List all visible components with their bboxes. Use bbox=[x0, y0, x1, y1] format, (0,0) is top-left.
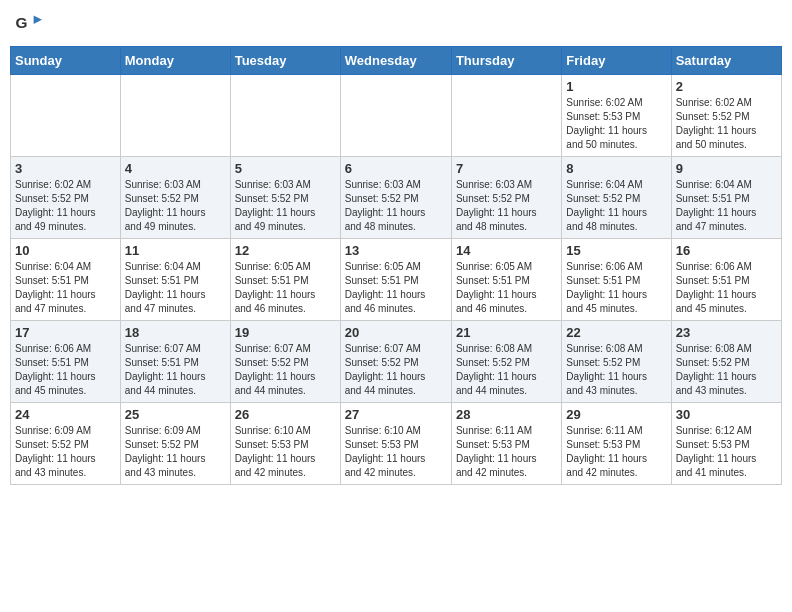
day-number: 15 bbox=[566, 243, 666, 258]
day-cell: 7Sunrise: 6:03 AM Sunset: 5:52 PM Daylig… bbox=[451, 157, 561, 239]
day-cell: 8Sunrise: 6:04 AM Sunset: 5:52 PM Daylig… bbox=[562, 157, 671, 239]
day-number: 19 bbox=[235, 325, 336, 340]
day-info: Sunrise: 6:09 AM Sunset: 5:52 PM Dayligh… bbox=[15, 424, 116, 480]
day-info: Sunrise: 6:09 AM Sunset: 5:52 PM Dayligh… bbox=[125, 424, 226, 480]
day-cell: 29Sunrise: 6:11 AM Sunset: 5:53 PM Dayli… bbox=[562, 403, 671, 485]
day-number: 12 bbox=[235, 243, 336, 258]
day-number: 28 bbox=[456, 407, 557, 422]
day-cell bbox=[340, 75, 451, 157]
day-number: 13 bbox=[345, 243, 447, 258]
weekday-header-thursday: Thursday bbox=[451, 47, 561, 75]
day-number: 9 bbox=[676, 161, 777, 176]
day-info: Sunrise: 6:08 AM Sunset: 5:52 PM Dayligh… bbox=[676, 342, 777, 398]
day-info: Sunrise: 6:11 AM Sunset: 5:53 PM Dayligh… bbox=[566, 424, 666, 480]
day-cell: 17Sunrise: 6:06 AM Sunset: 5:51 PM Dayli… bbox=[11, 321, 121, 403]
day-cell: 9Sunrise: 6:04 AM Sunset: 5:51 PM Daylig… bbox=[671, 157, 781, 239]
day-cell: 2Sunrise: 6:02 AM Sunset: 5:52 PM Daylig… bbox=[671, 75, 781, 157]
day-cell: 30Sunrise: 6:12 AM Sunset: 5:53 PM Dayli… bbox=[671, 403, 781, 485]
page-header: G bbox=[10, 10, 782, 38]
day-number: 11 bbox=[125, 243, 226, 258]
day-cell: 1Sunrise: 6:02 AM Sunset: 5:53 PM Daylig… bbox=[562, 75, 671, 157]
day-number: 8 bbox=[566, 161, 666, 176]
day-info: Sunrise: 6:08 AM Sunset: 5:52 PM Dayligh… bbox=[566, 342, 666, 398]
day-info: Sunrise: 6:04 AM Sunset: 5:51 PM Dayligh… bbox=[15, 260, 116, 316]
weekday-header-monday: Monday bbox=[120, 47, 230, 75]
weekday-header-saturday: Saturday bbox=[671, 47, 781, 75]
day-cell: 27Sunrise: 6:10 AM Sunset: 5:53 PM Dayli… bbox=[340, 403, 451, 485]
day-info: Sunrise: 6:12 AM Sunset: 5:53 PM Dayligh… bbox=[676, 424, 777, 480]
day-number: 16 bbox=[676, 243, 777, 258]
day-number: 7 bbox=[456, 161, 557, 176]
week-row-4: 17Sunrise: 6:06 AM Sunset: 5:51 PM Dayli… bbox=[11, 321, 782, 403]
day-cell: 13Sunrise: 6:05 AM Sunset: 5:51 PM Dayli… bbox=[340, 239, 451, 321]
day-cell: 16Sunrise: 6:06 AM Sunset: 5:51 PM Dayli… bbox=[671, 239, 781, 321]
calendar-table: SundayMondayTuesdayWednesdayThursdayFrid… bbox=[10, 46, 782, 485]
day-info: Sunrise: 6:03 AM Sunset: 5:52 PM Dayligh… bbox=[235, 178, 336, 234]
day-number: 29 bbox=[566, 407, 666, 422]
week-row-5: 24Sunrise: 6:09 AM Sunset: 5:52 PM Dayli… bbox=[11, 403, 782, 485]
day-info: Sunrise: 6:02 AM Sunset: 5:52 PM Dayligh… bbox=[676, 96, 777, 152]
day-info: Sunrise: 6:07 AM Sunset: 5:52 PM Dayligh… bbox=[235, 342, 336, 398]
day-info: Sunrise: 6:10 AM Sunset: 5:53 PM Dayligh… bbox=[345, 424, 447, 480]
day-cell: 26Sunrise: 6:10 AM Sunset: 5:53 PM Dayli… bbox=[230, 403, 340, 485]
day-number: 30 bbox=[676, 407, 777, 422]
day-info: Sunrise: 6:03 AM Sunset: 5:52 PM Dayligh… bbox=[125, 178, 226, 234]
day-info: Sunrise: 6:06 AM Sunset: 5:51 PM Dayligh… bbox=[15, 342, 116, 398]
weekday-header-sunday: Sunday bbox=[11, 47, 121, 75]
day-cell: 5Sunrise: 6:03 AM Sunset: 5:52 PM Daylig… bbox=[230, 157, 340, 239]
day-cell: 15Sunrise: 6:06 AM Sunset: 5:51 PM Dayli… bbox=[562, 239, 671, 321]
day-cell: 19Sunrise: 6:07 AM Sunset: 5:52 PM Dayli… bbox=[230, 321, 340, 403]
day-cell: 21Sunrise: 6:08 AM Sunset: 5:52 PM Dayli… bbox=[451, 321, 561, 403]
day-info: Sunrise: 6:05 AM Sunset: 5:51 PM Dayligh… bbox=[456, 260, 557, 316]
day-number: 1 bbox=[566, 79, 666, 94]
day-cell: 24Sunrise: 6:09 AM Sunset: 5:52 PM Dayli… bbox=[11, 403, 121, 485]
weekday-header-wednesday: Wednesday bbox=[340, 47, 451, 75]
day-cell: 4Sunrise: 6:03 AM Sunset: 5:52 PM Daylig… bbox=[120, 157, 230, 239]
day-number: 5 bbox=[235, 161, 336, 176]
day-cell: 28Sunrise: 6:11 AM Sunset: 5:53 PM Dayli… bbox=[451, 403, 561, 485]
week-row-2: 3Sunrise: 6:02 AM Sunset: 5:52 PM Daylig… bbox=[11, 157, 782, 239]
logo-icon: G bbox=[14, 10, 42, 38]
day-info: Sunrise: 6:04 AM Sunset: 5:51 PM Dayligh… bbox=[125, 260, 226, 316]
day-number: 2 bbox=[676, 79, 777, 94]
day-cell: 23Sunrise: 6:08 AM Sunset: 5:52 PM Dayli… bbox=[671, 321, 781, 403]
logo: G bbox=[14, 10, 46, 38]
svg-text:G: G bbox=[15, 14, 27, 31]
svg-marker-1 bbox=[34, 16, 42, 24]
day-number: 6 bbox=[345, 161, 447, 176]
day-cell bbox=[451, 75, 561, 157]
day-info: Sunrise: 6:06 AM Sunset: 5:51 PM Dayligh… bbox=[566, 260, 666, 316]
day-info: Sunrise: 6:07 AM Sunset: 5:52 PM Dayligh… bbox=[345, 342, 447, 398]
day-info: Sunrise: 6:05 AM Sunset: 5:51 PM Dayligh… bbox=[235, 260, 336, 316]
day-number: 14 bbox=[456, 243, 557, 258]
day-number: 23 bbox=[676, 325, 777, 340]
day-cell: 11Sunrise: 6:04 AM Sunset: 5:51 PM Dayli… bbox=[120, 239, 230, 321]
day-info: Sunrise: 6:05 AM Sunset: 5:51 PM Dayligh… bbox=[345, 260, 447, 316]
day-number: 4 bbox=[125, 161, 226, 176]
day-info: Sunrise: 6:04 AM Sunset: 5:52 PM Dayligh… bbox=[566, 178, 666, 234]
day-number: 20 bbox=[345, 325, 447, 340]
day-number: 17 bbox=[15, 325, 116, 340]
day-number: 26 bbox=[235, 407, 336, 422]
day-number: 3 bbox=[15, 161, 116, 176]
day-cell: 3Sunrise: 6:02 AM Sunset: 5:52 PM Daylig… bbox=[11, 157, 121, 239]
day-cell bbox=[11, 75, 121, 157]
day-number: 24 bbox=[15, 407, 116, 422]
day-number: 18 bbox=[125, 325, 226, 340]
day-cell: 25Sunrise: 6:09 AM Sunset: 5:52 PM Dayli… bbox=[120, 403, 230, 485]
week-row-3: 10Sunrise: 6:04 AM Sunset: 5:51 PM Dayli… bbox=[11, 239, 782, 321]
day-info: Sunrise: 6:07 AM Sunset: 5:51 PM Dayligh… bbox=[125, 342, 226, 398]
day-info: Sunrise: 6:02 AM Sunset: 5:52 PM Dayligh… bbox=[15, 178, 116, 234]
weekday-header-row: SundayMondayTuesdayWednesdayThursdayFrid… bbox=[11, 47, 782, 75]
day-info: Sunrise: 6:03 AM Sunset: 5:52 PM Dayligh… bbox=[456, 178, 557, 234]
day-cell: 12Sunrise: 6:05 AM Sunset: 5:51 PM Dayli… bbox=[230, 239, 340, 321]
day-info: Sunrise: 6:03 AM Sunset: 5:52 PM Dayligh… bbox=[345, 178, 447, 234]
day-cell: 20Sunrise: 6:07 AM Sunset: 5:52 PM Dayli… bbox=[340, 321, 451, 403]
day-info: Sunrise: 6:08 AM Sunset: 5:52 PM Dayligh… bbox=[456, 342, 557, 398]
day-cell: 6Sunrise: 6:03 AM Sunset: 5:52 PM Daylig… bbox=[340, 157, 451, 239]
weekday-header-tuesday: Tuesday bbox=[230, 47, 340, 75]
day-cell bbox=[120, 75, 230, 157]
day-info: Sunrise: 6:02 AM Sunset: 5:53 PM Dayligh… bbox=[566, 96, 666, 152]
day-cell: 22Sunrise: 6:08 AM Sunset: 5:52 PM Dayli… bbox=[562, 321, 671, 403]
day-info: Sunrise: 6:04 AM Sunset: 5:51 PM Dayligh… bbox=[676, 178, 777, 234]
